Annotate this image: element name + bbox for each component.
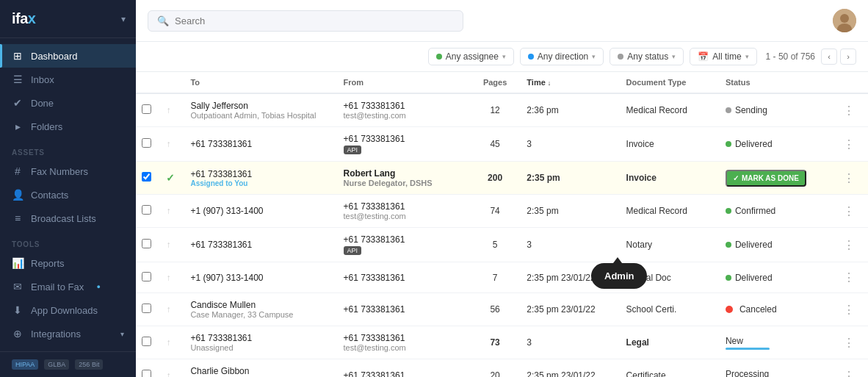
row-checkbox-cell[interactable] — [136, 262, 163, 293]
more-button[interactable]: ⋮ — [840, 334, 858, 351]
more-button[interactable]: ⋮ — [840, 237, 858, 254]
sidebar-label-broadcast-lists: Broadcast Lists — [31, 213, 96, 224]
row-more-cell[interactable]: ⋮ — [831, 162, 868, 195]
row-star-cell[interactable]: ✓ — [163, 162, 181, 195]
sidebar-item-fax-numbers[interactable]: # Fax Numbers — [0, 159, 136, 183]
more-button[interactable]: ⋮ — [840, 301, 858, 318]
row-from-cell: +61 733381361 API — [335, 127, 472, 162]
next-page-button[interactable]: › — [840, 49, 856, 65]
col-header-from: From — [335, 72, 472, 93]
row-from-cell: +61 733381361 — [335, 262, 472, 293]
avatar[interactable] — [833, 9, 856, 32]
status-label: Delivered — [735, 273, 773, 283]
row-checkbox[interactable] — [142, 104, 151, 114]
more-button[interactable]: ⋮ — [840, 102, 858, 119]
row-more-cell[interactable]: ⋮ — [831, 93, 868, 127]
sidebar-item-integrations[interactable]: ⊕ Integrations ▾ — [0, 322, 136, 345]
row-star-cell[interactable]: ↑ — [163, 326, 181, 359]
sidebar-item-broadcast-lists[interactable]: ≡ Broadcast Lists — [0, 207, 136, 230]
assignee-filter[interactable]: Any assignee ▾ — [428, 48, 514, 65]
row-checkbox[interactable] — [142, 337, 151, 346]
more-button[interactable]: ⋮ — [840, 203, 858, 220]
assignee-filter-label: Any assignee — [446, 51, 499, 62]
col-header-status: Status — [717, 72, 831, 93]
row-checkbox-cell[interactable] — [136, 93, 163, 127]
api-badge: API — [344, 146, 362, 154]
more-button[interactable]: ⋮ — [840, 136, 858, 153]
sidebar-item-done[interactable]: ✔ Done — [0, 91, 136, 115]
col-header-checkbox — [136, 72, 163, 93]
more-button[interactable]: ⋮ — [840, 170, 858, 187]
status-badge: Sending — [726, 105, 767, 115]
row-checkbox[interactable] — [142, 272, 151, 281]
sidebar-item-dashboard[interactable]: ⊞ Dashboard — [0, 44, 136, 68]
sidebar-item-email-to-fax[interactable]: ✉ Email to Fax ● — [0, 275, 136, 298]
row-time-cell: 3 — [518, 326, 617, 359]
row-checkbox[interactable] — [142, 304, 151, 313]
row-checkbox-cell[interactable] — [136, 162, 163, 195]
row-checkbox-cell[interactable] — [136, 195, 163, 228]
row-star-cell[interactable]: ↑ — [163, 93, 181, 127]
sidebar-item-contacts[interactable]: 👤 Contacts — [0, 183, 136, 207]
sidebar-label-reports: Reports — [31, 258, 65, 269]
more-button[interactable]: ⋮ — [840, 269, 858, 286]
sidebar-item-app-downloads[interactable]: ⬇ App Downloads — [0, 298, 136, 322]
row-checkbox[interactable] — [142, 172, 151, 182]
inbox-icon: ☰ — [12, 73, 23, 85]
to-name: Candisce Mullen — [190, 300, 325, 310]
results-count: 1 - 50 of 756 — [766, 51, 815, 62]
row-checkbox-cell[interactable] — [136, 359, 163, 378]
status-dot — [726, 141, 731, 147]
row-more-cell[interactable]: ⋮ — [831, 326, 868, 359]
row-star-cell[interactable]: ↑ — [163, 293, 181, 326]
fax-table-container: To From Pages Time ↓ Document Type Statu… — [136, 72, 868, 377]
row-star-cell[interactable]: ↑ — [163, 359, 181, 378]
row-checkbox[interactable] — [142, 370, 151, 377]
prev-page-button[interactable]: ‹ — [821, 49, 837, 65]
from-number: +61 733381361 — [344, 304, 463, 315]
sidebar-collapse-icon[interactable]: ▾ — [121, 14, 126, 24]
row-star-cell[interactable]: ↑ — [163, 127, 181, 162]
row-checkbox[interactable] — [142, 138, 151, 148]
status-filter[interactable]: Any status ▾ — [610, 48, 684, 65]
sidebar-label-done: Done — [31, 98, 54, 109]
row-more-cell[interactable]: ⋮ — [831, 228, 868, 262]
row-more-cell[interactable]: ⋮ — [831, 293, 868, 326]
row-checkbox-cell[interactable] — [136, 293, 163, 326]
row-pages-cell: 5 — [472, 228, 518, 262]
search-box[interactable]: 🔍 — [148, 10, 463, 32]
search-input[interactable] — [175, 15, 454, 26]
time-filter[interactable]: 📅 All time ▾ — [690, 48, 756, 65]
top-bar: 🔍 — [136, 0, 868, 42]
sidebar-logo[interactable]: ifax ▾ — [0, 0, 136, 38]
table-row: ↑ +61 733381361 Unassigned +61 733381361… — [136, 326, 868, 359]
sidebar-item-inbox[interactable]: ☰ Inbox — [0, 68, 136, 91]
more-button[interactable]: ⋮ — [840, 367, 858, 378]
col-header-to: To — [181, 72, 334, 93]
row-more-cell[interactable]: ⋮ — [831, 127, 868, 162]
row-checkbox-cell[interactable] — [136, 228, 163, 262]
row-from-cell: +61 733381361 API — [335, 228, 472, 262]
row-star-cell[interactable]: ↑ — [163, 228, 181, 262]
row-checkbox-cell[interactable] — [136, 127, 163, 162]
sidebar-item-folders[interactable]: ▸ Folders — [0, 115, 136, 138]
row-checkbox[interactable] — [142, 205, 151, 215]
row-more-cell[interactable]: ⋮ — [831, 359, 868, 378]
row-more-cell[interactable]: ⋮ — [831, 195, 868, 228]
row-from-cell: Robert Lang Nurse Delegator, DSHS — [335, 162, 472, 195]
status-badge: Confirmed — [726, 206, 775, 216]
from-number: +61 733381361 — [344, 201, 463, 212]
sidebar-item-reports[interactable]: 📊 Reports — [0, 251, 136, 275]
row-star-cell[interactable]: ↑ — [163, 195, 181, 228]
col-header-time[interactable]: Time ↓ — [518, 72, 617, 93]
status-dot — [726, 306, 733, 313]
row-checkbox-cell[interactable] — [136, 326, 163, 359]
direction-filter[interactable]: Any direction ▾ — [520, 48, 604, 65]
row-checkbox[interactable] — [142, 239, 151, 248]
from-number: +61 733381361 — [344, 101, 463, 111]
mark-as-done-button[interactable]: ✓ MARK AS DONE — [726, 170, 806, 187]
sidebar-item-developer-api[interactable]: </> Developer API ▾ — [0, 345, 136, 351]
row-more-cell[interactable]: ⋮ — [831, 262, 868, 293]
row-star-cell[interactable]: ↑ — [163, 262, 181, 293]
to-name: Charlie Gibbon — [190, 366, 325, 376]
